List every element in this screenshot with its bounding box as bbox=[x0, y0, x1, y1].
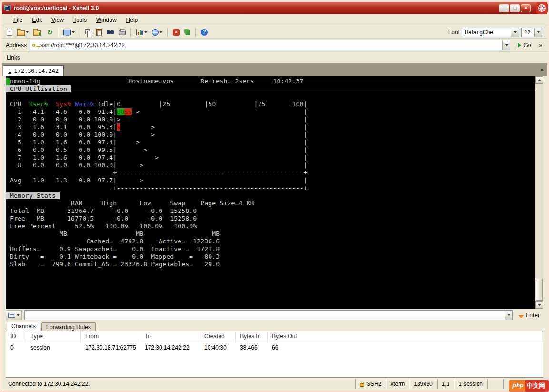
session-tab-bar: 1 172.30.14.242 × bbox=[2, 63, 547, 76]
open-session-button[interactable] bbox=[15, 27, 30, 38]
column-header-bytes-in[interactable]: Bytes In bbox=[236, 331, 268, 342]
command-input[interactable] bbox=[24, 310, 513, 320]
title-bar[interactable]: root@vos:/usr/local - Xshell 3.0 _ □ × bbox=[2, 2, 547, 14]
go-label: Go bbox=[523, 42, 531, 49]
dropdown-arrow-icon bbox=[26, 31, 29, 35]
column-header-type[interactable]: Type bbox=[26, 331, 81, 342]
font-name-select[interactable]: BatangChe bbox=[462, 28, 519, 37]
scrollbar-thumb[interactable] bbox=[536, 279, 543, 301]
command-history-dropdown[interactable] bbox=[505, 311, 512, 320]
arrow-down-icon bbox=[538, 304, 541, 308]
clear-screen-icon bbox=[184, 29, 190, 35]
toolbar-separator bbox=[167, 28, 168, 37]
menu-edit[interactable]: Edit bbox=[27, 15, 47, 25]
status-message: Connected to 172.30.14.242:22. bbox=[4, 379, 355, 389]
watermark-cn-text: 中文网 bbox=[525, 380, 549, 392]
session-tab-index: 1 bbox=[8, 68, 11, 74]
column-header-id[interactable]: ID bbox=[6, 331, 26, 342]
dropdown-arrow-icon bbox=[144, 31, 147, 35]
address-dropdown[interactable] bbox=[502, 40, 510, 50]
send-icon bbox=[518, 312, 524, 318]
find-icon bbox=[107, 30, 110, 34]
chart-icon bbox=[136, 29, 143, 35]
links-label: Links bbox=[7, 54, 20, 61]
help-button[interactable]: ? bbox=[199, 27, 210, 38]
font-size-dropdown[interactable] bbox=[534, 28, 542, 37]
clear-screen-button[interactable] bbox=[182, 27, 192, 38]
toolbar-separator bbox=[195, 28, 196, 37]
terminal-screen[interactable]: nmon-14g───────────────────────Hostname=… bbox=[6, 76, 535, 309]
paste-icon bbox=[96, 29, 102, 36]
go-button[interactable]: Go bbox=[513, 40, 535, 50]
chevron-down-icon bbox=[514, 31, 517, 35]
channel-row[interactable]: 0 session 172.30.18.71:62775 172.30.14.2… bbox=[6, 342, 543, 353]
toolbar-separator bbox=[130, 28, 131, 37]
font-name-value: BatangChe bbox=[462, 29, 511, 36]
tab-forwarding-rules[interactable]: Forwarding Rules bbox=[41, 322, 96, 331]
channels-pane: Channels Forwarding Rules ID Type From T… bbox=[6, 322, 543, 378]
menu-help[interactable]: Help bbox=[121, 15, 143, 25]
column-header-created[interactable]: Created bbox=[200, 331, 236, 342]
session-tab-label: 172.30.14.242 bbox=[14, 68, 59, 74]
tab-close-button[interactable]: × bbox=[538, 66, 546, 74]
command-bar: Enter bbox=[2, 309, 547, 322]
terminal-scrollbar[interactable] bbox=[535, 76, 543, 309]
print-button[interactable] bbox=[117, 27, 128, 38]
folder-arrow-icon bbox=[33, 30, 41, 36]
status-protocol: SSH2 bbox=[355, 379, 386, 389]
new-terminal-button[interactable] bbox=[61, 27, 77, 38]
status-empty-segment bbox=[487, 379, 503, 389]
web-button[interactable] bbox=[150, 27, 164, 38]
new-session-button[interactable] bbox=[5, 27, 14, 38]
status-terminal-type: xterm bbox=[386, 379, 409, 389]
toolbar-overflow-chevron[interactable]: » bbox=[538, 42, 543, 49]
font-label: Font bbox=[448, 29, 459, 36]
find-button[interactable] bbox=[105, 27, 116, 38]
session-tab[interactable]: 1 172.30.14.242 bbox=[3, 65, 64, 76]
scrollbar-track[interactable] bbox=[535, 84, 543, 301]
minimize-button[interactable]: _ bbox=[499, 4, 509, 12]
dashboard-button[interactable] bbox=[134, 27, 149, 38]
keyboard-icon bbox=[8, 313, 15, 318]
channels-table-header: ID Type From To Created Bytes In Bytes O… bbox=[6, 331, 543, 342]
maximize-button[interactable]: □ bbox=[510, 4, 520, 12]
address-input[interactable]: ssh://root:****@172.30.14.242:22 bbox=[30, 40, 510, 50]
open-in-new-button[interactable] bbox=[31, 27, 43, 38]
menu-tools[interactable]: Tools bbox=[69, 15, 91, 25]
font-size-select[interactable]: 12 bbox=[521, 28, 542, 37]
column-header-bytes-out[interactable]: Bytes Out bbox=[268, 331, 543, 342]
menu-file[interactable]: File bbox=[9, 15, 27, 25]
tab-channels[interactable]: Channels bbox=[7, 322, 40, 331]
close-button[interactable]: × bbox=[521, 4, 531, 12]
menu-window[interactable]: Window bbox=[91, 15, 121, 25]
dropdown-arrow-icon bbox=[160, 31, 162, 35]
menu-bar: File Edit View Tools Window Help bbox=[2, 14, 547, 26]
channel-created: 10:40:30 bbox=[200, 344, 236, 351]
column-header-from[interactable]: From bbox=[81, 331, 140, 342]
font-name-dropdown[interactable] bbox=[511, 28, 519, 37]
arrow-up-icon bbox=[538, 77, 541, 81]
status-terminal-size: 139x30 bbox=[409, 379, 437, 389]
scroll-up-button[interactable] bbox=[535, 76, 543, 84]
scroll-down-button[interactable] bbox=[535, 301, 543, 309]
status-session-count: 1 session bbox=[454, 379, 487, 389]
column-header-to[interactable]: To bbox=[140, 331, 200, 342]
reconnect-button[interactable]: ↻ bbox=[44, 27, 55, 38]
channel-to: 172.30.14.242:22 bbox=[140, 344, 200, 351]
paste-button[interactable] bbox=[94, 27, 104, 38]
enter-button[interactable]: Enter bbox=[515, 311, 543, 320]
disconnect-button[interactable]: × bbox=[171, 27, 181, 38]
channel-bytes-out: 66 bbox=[268, 344, 543, 351]
print-icon bbox=[119, 30, 126, 35]
status-cursor-position: 1,1 bbox=[437, 379, 454, 389]
menu-view[interactable]: View bbox=[47, 15, 69, 25]
send-mode-button[interactable] bbox=[6, 310, 22, 320]
lock-icon bbox=[360, 383, 364, 387]
font-size-value: 12 bbox=[522, 29, 534, 36]
copy-button[interactable] bbox=[83, 27, 93, 38]
toolbar-separator bbox=[58, 28, 59, 37]
open-folder-icon bbox=[17, 30, 25, 36]
channels-table: ID Type From To Created Bytes In Bytes O… bbox=[6, 331, 543, 378]
channel-from: 172.30.18.71:62775 bbox=[81, 344, 140, 351]
channel-bytes-in: 38,466 bbox=[236, 344, 268, 351]
